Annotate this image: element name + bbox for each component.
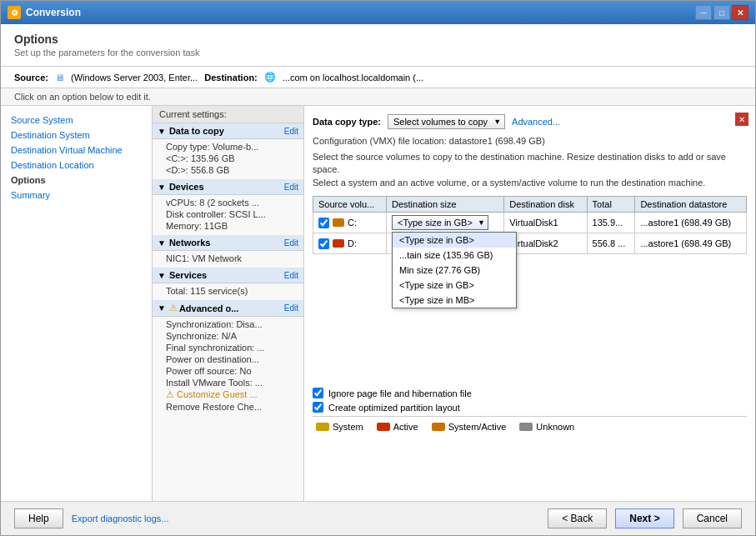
row1-source: C: <box>313 213 387 233</box>
export-link[interactable]: Export diagnostic logs... <box>72 513 540 523</box>
row2-label: D: <box>348 238 357 248</box>
services-title: Services <box>169 270 284 280</box>
legend-system-active-label: System/Active <box>448 422 507 432</box>
devices-item-1: Disk controller: SCSI L... <box>166 208 290 220</box>
main-content: Source System Destination System Destina… <box>1 106 755 501</box>
left-panel: Current settings: ▼ Data to copy Edit Co… <box>153 106 304 501</box>
table-row: D: <Type size in GB> VirtualDisk2 556.8 … <box>313 233 747 254</box>
window-title: Conversion <box>26 7 695 18</box>
advanced-item-4: Power off source: No <box>166 365 290 377</box>
row1-dest-size: <Type size in GB> <Type size in GB> ...t… <box>386 213 503 233</box>
legend-unknown: Unknown <box>519 422 574 432</box>
networks-content: NIC1: VM Network <box>153 251 303 268</box>
destination-label: Destination: <box>204 73 258 83</box>
advanced-item-6: ⚠ Customize Guest ... <box>166 388 290 401</box>
col-destination-size: Destination size <box>386 197 503 213</box>
menu-item-0[interactable]: <Type size in GB> <box>393 233 516 248</box>
devices-edit[interactable]: Edit <box>284 183 298 192</box>
devices-title: Devices <box>169 182 284 192</box>
expand-icon: ▼ <box>158 271 166 280</box>
row1-checkbox[interactable] <box>318 218 329 228</box>
col-total: Total <box>587 197 635 213</box>
legend-unknown-label: Unknown <box>536 422 574 432</box>
app-icon: ⚙ <box>8 6 21 19</box>
table-row: C: <Type size in GB> <Type size in GB> . <box>313 213 747 233</box>
cancel-button[interactable]: Cancel <box>683 508 742 528</box>
active-icon <box>377 423 390 431</box>
menu-item-4[interactable]: <Type size in MB> <box>393 293 516 308</box>
menu-item-1[interactable]: ...tain size (135.96 GB) <box>393 248 516 263</box>
networks-section: ▼ Networks Edit NIC1: VM Network <box>153 235 303 268</box>
data-to-copy-edit[interactable]: Edit <box>284 127 298 136</box>
row2-vol-icon <box>333 239 344 248</box>
destination-icon: 🌐 <box>264 72 276 83</box>
help-button[interactable]: Help <box>14 508 63 528</box>
services-edit[interactable]: Edit <box>284 271 298 280</box>
expand-icon: ▼ <box>158 127 166 136</box>
row1-vol-icon <box>333 218 344 227</box>
legend-active-label: Active <box>393 422 418 432</box>
data-copy-dropdown[interactable]: Select volumes to copy <box>388 114 505 129</box>
menu-item-3[interactable]: <Type size in GB> <box>393 278 516 293</box>
create-optimized-checkbox[interactable] <box>313 402 323 413</box>
close-button[interactable]: ✕ <box>732 5 748 20</box>
source-value: (Windows Server 2003, Enter... <box>71 73 198 83</box>
sidebar-item-source-system[interactable]: Source System <box>1 113 152 128</box>
devices-section: ▼ Devices Edit vCPUs: 8 (2 sockets ... D… <box>153 179 303 235</box>
create-optimized-row: Create optimized partition layout <box>313 402 747 413</box>
sidebar-item-options: Options <box>1 173 152 188</box>
data-to-copy-content: Copy type: Volume-b... <C:>: 135.96 GB <… <box>153 139 303 179</box>
current-settings-header: Current settings: <box>153 106 303 123</box>
devices-item-0: vCPUs: 8 (2 sockets ... <box>166 197 290 208</box>
dest-size-btn-1[interactable]: <Type size in GB> <box>392 215 488 230</box>
panel-close-button[interactable]: ✕ <box>735 113 748 126</box>
data-to-copy-item-2: <D:>: 556.8 GB <box>166 164 290 176</box>
advanced-item-3: Power on destination... <box>166 353 290 365</box>
row1-datastore: ...astore1 (698.49 GB) <box>635 213 747 233</box>
services-content: Total: 115 service(s) <box>153 283 303 300</box>
sidebar-item-destination-virtual-machine[interactable]: Destination Virtual Machine <box>1 143 152 158</box>
sidebar-item-destination-system[interactable]: Destination System <box>1 128 152 143</box>
advanced-edit[interactable]: Edit <box>284 303 298 313</box>
menu-item-2[interactable]: Min size (27.76 GB) <box>393 263 516 278</box>
warning-icon: ⚠ <box>169 303 178 313</box>
advanced-header: ▼ ⚠ Advanced o... Edit <box>153 300 303 317</box>
sidebar-item-summary[interactable]: Summary <box>1 188 152 203</box>
advanced-item-2: Final synchronization: ... <box>166 342 290 353</box>
row1-dest-disk: VirtualDisk1 <box>504 213 587 233</box>
data-to-copy-item-1: <C:>: 135.96 GB <box>166 153 290 164</box>
next-button[interactable]: Next > <box>615 508 673 528</box>
system-icon <box>316 423 329 431</box>
minimize-button[interactable]: ─ <box>695 5 712 20</box>
ignore-page-file-row: Ignore page file and hibernation file <box>313 388 747 398</box>
col-source-volume: Source volu... <box>313 197 387 213</box>
volumes-table: Source volu... Destination size Destinat… <box>313 196 747 254</box>
networks-title: Networks <box>169 238 284 248</box>
sidebar-item-destination-location[interactable]: Destination Location <box>1 158 152 173</box>
source-label: Source: <box>14 73 48 83</box>
row2-checkbox[interactable] <box>318 238 329 249</box>
system-active-icon <box>432 423 445 431</box>
advanced-link[interactable]: Advanced... <box>512 117 560 127</box>
devices-content: vCPUs: 8 (2 sockets ... Disk controller:… <box>153 195 303 235</box>
ignore-page-file-checkbox[interactable] <box>313 388 323 398</box>
description-text: Select the source volumes to copy to the… <box>313 151 747 189</box>
row1-label: C: <box>348 218 357 228</box>
options-checkboxes: Ignore page file and hibernation file Cr… <box>313 388 747 413</box>
back-button[interactable]: < Back <box>548 508 607 528</box>
sidebar: Source System Destination System Destina… <box>1 106 153 501</box>
advanced-item-5: Install VMware Tools: ... <box>166 377 290 388</box>
maximize-button[interactable]: □ <box>713 5 730 20</box>
advanced-section: ▼ ⚠ Advanced o... Edit Synchronization: … <box>153 300 303 416</box>
networks-edit[interactable]: Edit <box>284 238 298 248</box>
config-line: Configuration (VMX) file location: datas… <box>313 136 747 146</box>
data-to-copy-title: Data to copy <box>169 126 284 136</box>
col-destination-datastore: Destination datastore <box>635 197 747 213</box>
advanced-item-7: Remove Restore Che... <box>166 401 290 413</box>
footer: Help Export diagnostic logs... < Back Ne… <box>1 501 755 535</box>
legend-system: System <box>316 422 363 432</box>
legend-system-active: System/Active <box>432 422 507 432</box>
expand-icon: ▼ <box>158 183 166 192</box>
destination-value: ...com on localhost.localdomain (... <box>283 73 423 83</box>
advanced-title: Advanced o... <box>179 303 284 313</box>
